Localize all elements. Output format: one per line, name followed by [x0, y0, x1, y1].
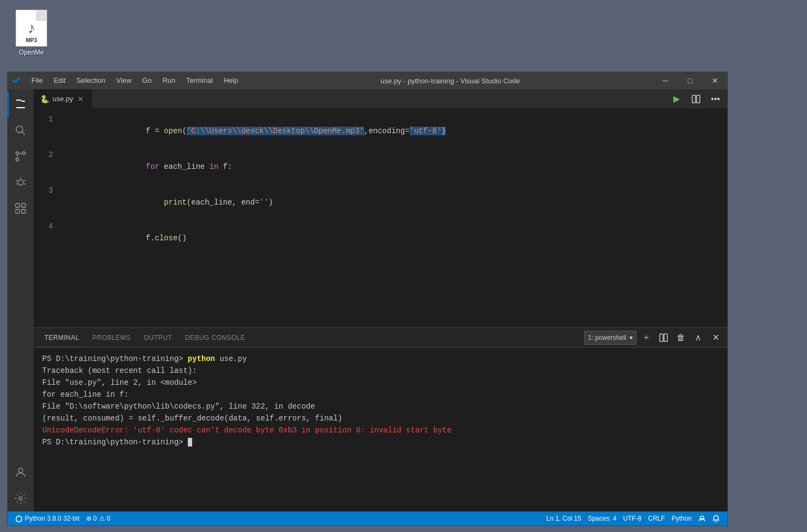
title-bar-left: File Edit Selection View Go Run Terminal… — [8, 72, 248, 89]
line-content-4: f.close() — [62, 220, 727, 256]
maximize-button[interactable]: □ — [678, 72, 703, 89]
language-label: Python — [672, 511, 692, 526]
status-language[interactable]: Python — [668, 511, 695, 526]
window-controls: ─ □ ✕ — [653, 72, 727, 89]
svg-rect-14 — [692, 95, 696, 103]
status-spaces[interactable]: Spaces: 4 — [585, 511, 620, 526]
tab-bar: 🐍 use.py ✕ ▶ ••• — [34, 89, 727, 109]
tab-terminal[interactable]: TERMINAL — [38, 328, 86, 347]
menu-file[interactable]: File — [26, 72, 48, 89]
status-bell[interactable] — [709, 511, 723, 526]
status-bar: Python 3.8.0 32-bit ⊗ 0 ⚠ 0 Ln 1, Col 15… — [8, 511, 727, 526]
line-number-2: 2 — [34, 149, 62, 185]
svg-line-1 — [22, 132, 25, 135]
tab-use-py[interactable]: 🐍 use.py ✕ — [34, 89, 92, 109]
remote-icon — [15, 511, 23, 526]
tab-close-button[interactable]: ✕ — [76, 94, 85, 104]
menu-view[interactable]: View — [111, 72, 137, 89]
minimize-button[interactable]: ─ — [653, 72, 678, 89]
menu-go[interactable]: Go — [137, 72, 157, 89]
terminal-line-5: (result, consumed) = self._buffer_decode… — [42, 412, 719, 424]
desktop-icon-openme[interactable]: ♪ MP3 OpenMe — [10, 10, 53, 56]
tab-output[interactable]: OUTPUT — [137, 328, 178, 347]
terminal-content[interactable]: PS D:\training\python-training> python u… — [34, 347, 727, 511]
activity-extensions-icon[interactable] — [8, 195, 34, 221]
activity-account-icon[interactable] — [8, 459, 34, 485]
status-bar-right: Ln 1, Col 15 Spaces: 4 UTF-8 CRLF Python — [543, 511, 723, 526]
status-ln-col[interactable]: Ln 1, Col 15 — [543, 511, 585, 526]
close-button[interactable]: ✕ — [703, 72, 727, 89]
terminal-line-3: for each_line in f: — [42, 389, 719, 400]
menu-run[interactable]: Run — [157, 72, 181, 89]
line-content-1: f = open('C:\\Users\\dexck\\Desktop\\Ope… — [62, 113, 727, 149]
svg-point-3 — [23, 152, 25, 155]
status-feedback[interactable] — [695, 511, 709, 526]
ln-col-label: Ln 1, Col 15 — [546, 511, 581, 526]
editor-area: 🐍 use.py ✕ ▶ ••• — [34, 89, 727, 511]
tab-debug-console[interactable]: DEBUG CONSOLE — [179, 328, 252, 347]
svg-rect-15 — [697, 95, 700, 103]
line-content-3: print(each_line, end='') — [62, 185, 727, 220]
split-terminal-button[interactable] — [656, 330, 671, 345]
panel-tab-actions: 1: powershell ▾ ＋ 🗑 ∧ — [584, 330, 723, 345]
menu-bar: File Edit Selection View Go Run Terminal… — [26, 72, 244, 89]
menu-terminal[interactable]: Terminal — [181, 72, 218, 89]
menu-help[interactable]: Help — [218, 72, 244, 89]
svg-point-18 — [700, 516, 704, 520]
svg-rect-8 — [16, 203, 19, 207]
status-python-version[interactable]: Python 3.8.0 32-bit — [12, 511, 83, 526]
panel-tabs: TERMINAL PROBLEMS OUTPUT DEBUG CONSOLE 1… — [34, 328, 727, 347]
svg-point-13 — [19, 497, 22, 500]
terminal-selector[interactable]: 1: powershell ▾ — [584, 331, 637, 345]
activity-debug-icon[interactable] — [8, 169, 34, 195]
svg-rect-11 — [16, 209, 19, 213]
tab-label: use.py — [53, 95, 73, 103]
run-button[interactable]: ▶ — [669, 91, 684, 107]
svg-point-4 — [16, 152, 19, 155]
split-editor-button[interactable] — [688, 91, 704, 107]
terminal-line-1: Traceback (most recent call last): — [42, 365, 719, 377]
menu-selection[interactable]: Selection — [71, 72, 110, 89]
activity-settings-icon[interactable] — [8, 485, 34, 511]
more-actions-button[interactable]: ••• — [708, 91, 723, 107]
tab-actions: ▶ ••• — [669, 91, 727, 107]
terminal-line-6: UnicodeDecodeError: 'utf-8' codec can't … — [42, 424, 719, 436]
tab-problems[interactable]: PROBLEMS — [86, 328, 137, 347]
status-errors[interactable]: ⊗ 0 ⚠ 0 — [83, 511, 114, 526]
code-line-3: 3 print(each_line, end='') — [34, 185, 727, 220]
menu-edit[interactable]: Edit — [48, 72, 71, 89]
title-bar: File Edit Selection View Go Run Terminal… — [8, 72, 727, 89]
music-note-icon: ♪ — [28, 19, 35, 37]
close-panel-button[interactable]: ✕ — [708, 330, 723, 345]
svg-point-12 — [18, 468, 23, 472]
errors-label: ⊗ 0 — [86, 511, 97, 526]
terminal-panel: TERMINAL PROBLEMS OUTPUT DEBUG CONSOLE 1… — [34, 327, 727, 511]
vscode-window: File Edit Selection View Go Run Terminal… — [7, 71, 728, 526]
terminal-line-cmd: PS D:\training\python-training> python u… — [42, 353, 719, 365]
line-number-4: 4 — [34, 220, 62, 256]
cmd-rest: use.py — [215, 354, 247, 363]
code-line-1: 1 f = open('C:\\Users\\dexck\\Desktop\\O… — [34, 113, 727, 149]
svg-point-2 — [16, 159, 19, 161]
maximize-panel-button[interactable]: ∧ — [691, 330, 706, 345]
status-encoding[interactable]: UTF-8 — [620, 511, 645, 526]
terminal-line-2: File "use.py", line 2, in <module> — [42, 377, 719, 389]
activity-search-icon[interactable] — [8, 117, 34, 143]
encoding-label: UTF-8 — [623, 511, 641, 526]
code-editor[interactable]: 1 f = open('C:\\Users\\dexck\\Desktop\\O… — [34, 109, 727, 327]
vscode-logo-icon — [12, 75, 22, 87]
code-line-2: 2 for each_line in f: — [34, 149, 727, 185]
prompt-2: PS D:\training\python-training> — [42, 438, 188, 446]
activity-source-control-icon[interactable] — [8, 143, 34, 169]
mp3-file-icon: ♪ MP3 — [16, 10, 47, 47]
feedback-icon — [698, 515, 706, 522]
line-number-3: 3 — [34, 185, 62, 220]
line-ending-label: CRLF — [648, 511, 665, 526]
kill-terminal-button[interactable]: 🗑 — [673, 330, 688, 345]
status-line-ending[interactable]: CRLF — [645, 511, 668, 526]
svg-rect-10 — [22, 209, 25, 213]
activity-bar — [8, 89, 34, 511]
terminal-line-prompt2: PS D:\training\python-training> — [42, 436, 719, 448]
activity-files-icon[interactable] — [8, 91, 34, 117]
new-terminal-button[interactable]: ＋ — [639, 330, 654, 345]
